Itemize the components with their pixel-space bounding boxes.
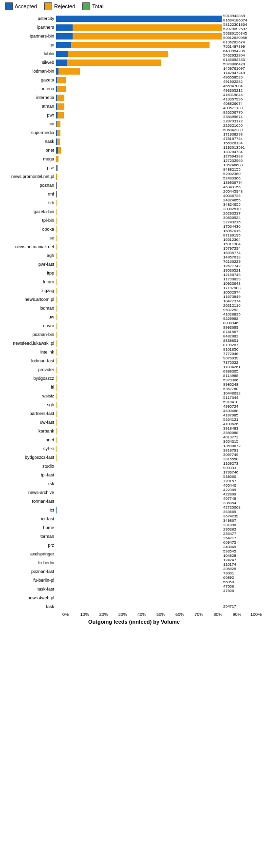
y-label: news.4web.pl — [2, 593, 56, 602]
bar-row — [56, 67, 222, 76]
bar-row — [56, 593, 222, 602]
bar-accepted-segment — [56, 16, 222, 22]
bar-row — [56, 321, 222, 330]
bar-row — [56, 348, 222, 356]
value-label — [222, 593, 266, 602]
value-label: 254717 — [222, 602, 266, 611]
bar-row — [56, 260, 222, 269]
value-label: 228733172222621656 — [222, 119, 266, 128]
value-label: 669475240849 — [222, 541, 266, 550]
value-label: 1167384910477374 — [222, 295, 266, 304]
legend-rejected: Rejected — [44, 2, 75, 10]
bar-rejected-segment — [57, 130, 60, 136]
bar-row — [56, 146, 222, 155]
value-label: 14597610971142847248 — [222, 67, 266, 76]
bar-row — [56, 567, 222, 576]
value-label: 61456923835078806428 — [222, 58, 266, 67]
bar-accepted-segment — [56, 59, 67, 66]
bar-row — [56, 392, 222, 400]
bar-rejected-segment — [56, 244, 57, 250]
x-tick: 10% — [75, 612, 94, 617]
y-label: rmf — [2, 190, 56, 198]
bar-row — [56, 128, 222, 137]
y-label: poznan-fast — [2, 567, 56, 576]
value-label: 59104104995724 — [222, 400, 266, 409]
bar-row — [56, 76, 222, 84]
legend-rejected-label: Rejected — [54, 3, 75, 9]
y-label: gazeta — [2, 76, 56, 84]
bar-rejected-segment — [58, 68, 79, 75]
bar-row — [56, 84, 222, 93]
y-label: provider — [2, 365, 56, 374]
bar-row — [56, 585, 222, 593]
bar-row — [56, 102, 222, 111]
value-label: 42725068363665 — [222, 506, 266, 514]
x-tick: 90% — [228, 612, 247, 617]
bar-row — [56, 23, 222, 32]
y-label: intelink — [2, 348, 56, 356]
value-label: 40137723654315 — [222, 435, 266, 444]
bar-row — [56, 471, 222, 479]
bars-area — [56, 14, 222, 611]
value-label: 64839542855462932804 — [222, 49, 266, 58]
bar-row — [56, 576, 222, 585]
x-axis-ticks: 0%10%20%30%40%50%60%70%80%90%100% — [2, 612, 266, 617]
y-label: ipartners-fast — [2, 409, 56, 418]
legend-total-box — [82, 2, 90, 10]
value-label: 26544594840046725 — [222, 190, 266, 198]
y-label: news.netmaniak.net — [2, 242, 56, 251]
y-label: newsfeed.lukawski.pl — [2, 339, 56, 348]
bar-row — [56, 479, 222, 488]
y-label: itl — [2, 383, 56, 392]
y-label: pwr — [2, 111, 56, 119]
bar-rejected-segment — [56, 209, 57, 215]
y-label: torman — [2, 532, 56, 541]
bar-row — [56, 111, 222, 119]
y-label: home — [2, 523, 56, 532]
x-tick: 80% — [209, 612, 228, 617]
y-label: wsisiz — [2, 392, 56, 400]
y-label: pse — [2, 163, 56, 172]
bar-row — [56, 558, 222, 567]
legend-accepted-label: Accepted — [15, 3, 37, 9]
value-label: 281098295382 — [222, 523, 266, 532]
bar-row — [56, 444, 222, 453]
value-label: 52641214100626 — [222, 418, 266, 427]
legend: Accepted Rejected Total — [2, 2, 266, 10]
bar-row — [56, 14, 222, 23]
value-label: 124247110174 — [222, 558, 266, 567]
y-label: korbank — [2, 427, 56, 435]
value-label: 586842389171938293 — [222, 128, 266, 137]
value-label: 3083052422743215 — [222, 216, 266, 225]
value-label: 3482465534824655 — [222, 198, 266, 207]
bar-row — [56, 163, 222, 172]
y-label: lodman-bin — [2, 67, 56, 76]
bar-row — [56, 435, 222, 444]
bar-rejected-segment — [56, 200, 57, 206]
value-label: 7616622912671742 — [222, 260, 266, 269]
y-label: lodman — [2, 304, 56, 313]
y-label: itpp — [2, 269, 56, 277]
y-label: agh — [2, 251, 56, 260]
x-tick: 70% — [190, 612, 209, 617]
bar-row — [56, 383, 222, 392]
value-label: 1953652112158743 — [222, 269, 266, 277]
bar-row — [56, 277, 222, 286]
value-label: 1736746538060 — [222, 471, 266, 479]
y-label: fu-berlin-pl — [2, 576, 56, 585]
y-label: coi — [2, 119, 56, 128]
bar-row — [56, 409, 222, 418]
value-label: 1192013591133704734 — [222, 146, 266, 155]
y-label: cyf-kr — [2, 444, 56, 453]
value-label: 135986723819791 — [222, 444, 266, 453]
value-label: 20582573001 — [222, 567, 266, 576]
bar-rejected-segment — [56, 156, 58, 162]
value-label: 8718919516512364 — [222, 234, 266, 242]
bar-row — [56, 286, 222, 295]
bar-row — [56, 374, 222, 383]
bar-rejected-segment — [56, 235, 57, 241]
bar-row — [56, 225, 222, 234]
value-label: 1719798310502974 — [222, 286, 266, 295]
value-label: 202121169507253 — [222, 304, 266, 313]
y-label: e-wro — [2, 321, 56, 330]
